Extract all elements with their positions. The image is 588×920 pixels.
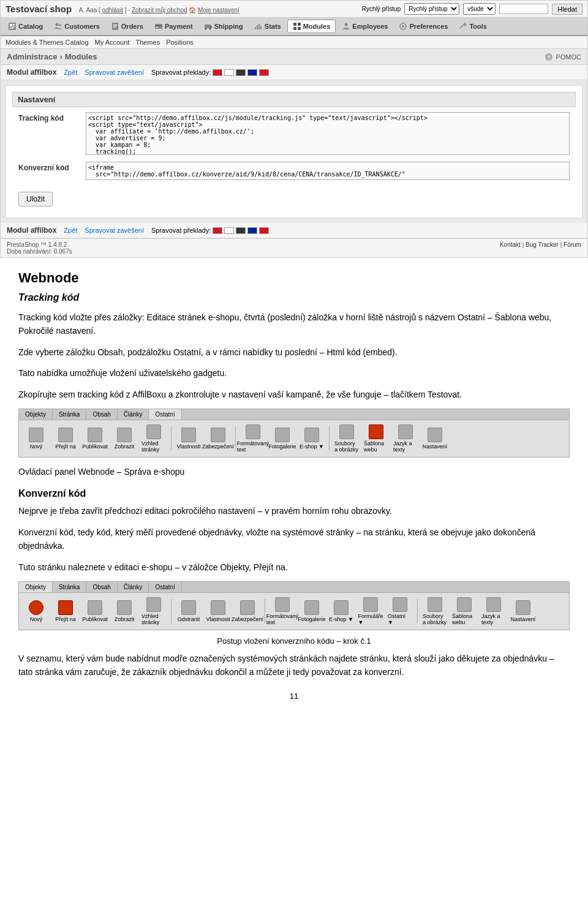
quick-access-select[interactable]: Rychlý přístup [404, 3, 459, 15]
tb1-icon-nastaveni [428, 428, 442, 442]
nav-item-stats[interactable]: Stats [249, 20, 286, 32]
toolbar2-tab-objekty[interactable]: Objekty [19, 582, 53, 592]
tb1-btn-eshop[interactable]: E-shop ▼ [298, 426, 325, 451]
toolbar2-tab-obsah[interactable]: Obsah [86, 582, 117, 592]
nav-item-preferences[interactable]: Preferences [394, 20, 453, 32]
tb2-icon-soubory [428, 597, 442, 612]
toolbar1-tab-obsah[interactable]: Obsah [86, 409, 117, 420]
help-button[interactable]: ? POMOC [545, 53, 581, 61]
tb2-btn-ostatni[interactable]: Ostatní ▼ [386, 595, 413, 627]
flag-en[interactable] [213, 69, 222, 76]
sec-nav-themes[interactable]: Themes [135, 38, 160, 47]
search-button[interactable]: Hledat [552, 4, 582, 15]
settings-link[interactable]: Moje nastavení [198, 7, 239, 13]
search-scope-select[interactable]: všude [463, 3, 496, 15]
tb2-btn-eshop[interactable]: E-shop ▼ [328, 598, 355, 624]
tb2-btn-publikovat[interactable]: Publikovat [81, 598, 108, 624]
sec-nav-positions[interactable]: Positions [166, 38, 194, 47]
manage-hooks-link[interactable]: Spravovat zavěšení [85, 69, 144, 76]
tb2-btn-prejit[interactable]: Přejít na [52, 598, 79, 624]
tb1-btn-vzhled[interactable]: Vzhled stránky [140, 423, 167, 454]
konverzni-input[interactable]: <iframe src="http://demo.affilbox.cz/kon… [86, 162, 570, 180]
nav-item-tools[interactable]: Tools [454, 20, 492, 32]
admin-screenshot: Testovací shop A. Aaa [ odhlásit ] · Zob… [0, 0, 588, 258]
tb2-btn-formulare[interactable]: Formuláře ▼ [357, 595, 384, 627]
nav-item-payment[interactable]: Payment [149, 20, 198, 32]
tb2-btn-sablona[interactable]: Šablona webu [451, 595, 478, 627]
flag-cz-bottom[interactable] [259, 227, 269, 234]
tb1-btn-jazyk[interactable]: Jazyk a texty [392, 423, 419, 454]
sec-nav-modules-catalog[interactable]: Modules & Themes Catalog [6, 38, 89, 47]
tb1-btn-novy[interactable]: Nový [23, 426, 50, 451]
flag-de[interactable] [236, 69, 246, 76]
svg-text:?: ? [548, 55, 551, 61]
sec-nav-my-account[interactable]: My Account [95, 38, 130, 47]
tb2-btn-zobrazit[interactable]: Zobrazit [111, 598, 138, 624]
nav-item-orders[interactable]: Orders [106, 20, 148, 32]
toolbar2-tab-clanky[interactable]: Články [118, 582, 149, 592]
nav-item-shipping[interactable]: Shipping [199, 20, 248, 32]
shipping-icon [204, 22, 213, 31]
toolbar1-tab-stranka[interactable]: Stránka [53, 409, 86, 420]
tb1-btn-vlastnosti[interactable]: Vlastnosti [175, 426, 202, 451]
svg-rect-19 [255, 27, 256, 29]
tb1-btn-nastaveni[interactable]: Nastavení [421, 426, 448, 451]
manage-hooks-link-bottom[interactable]: Spravovat zavěšení [85, 227, 144, 234]
flag-sk[interactable] [224, 69, 234, 76]
logout-link[interactable]: odhlásit [102, 7, 123, 13]
tb2-btn-odstranit[interactable]: Odstranit [175, 598, 202, 624]
toolbar1-tab-clanky[interactable]: Články [118, 409, 149, 420]
flag-cz[interactable] [259, 69, 269, 76]
save-button[interactable]: Uložit [18, 192, 53, 206]
tb2-btn-vlastnosti[interactable]: Vlastnosti [205, 598, 232, 624]
tb1-btn-zobrazit[interactable]: Zobrazit [111, 426, 138, 451]
toolbar1-tabs: Objekty Stránka Obsah Články Ostatní [19, 409, 569, 420]
svg-point-18 [209, 28, 211, 30]
svg-point-7 [59, 24, 61, 26]
back-link[interactable]: Zpět [64, 69, 77, 76]
nav-item-customers[interactable]: Customers [49, 20, 104, 32]
tb2-btn-soubory[interactable]: Soubory a obrázky [421, 595, 448, 627]
nav-label-preferences: Preferences [409, 23, 448, 30]
tb2-btn-formatovany[interactable]: Formátovaný text [269, 595, 296, 627]
footer-bug-tracker[interactable]: Bug Tracker [526, 241, 559, 248]
svg-rect-15 [205, 25, 210, 28]
tb1-icon-novy [29, 428, 43, 442]
toolbar2-tab-ostatni[interactable]: Ostatní [149, 582, 181, 592]
nav-item-employees[interactable]: Employees [337, 20, 393, 32]
tb2-btn-vzhled[interactable]: Vzhled stránky [140, 595, 167, 627]
tb1-btn-zabezpeceni[interactable]: Zabezpečení [205, 426, 232, 451]
flag-fr[interactable] [247, 69, 257, 76]
back-link-bottom[interactable]: Zpět [64, 227, 77, 234]
tb2-btn-jazyk[interactable]: Jazyk a texty [480, 595, 507, 627]
toolbar2-tab-stranka[interactable]: Stránka [53, 582, 86, 592]
nav-item-modules[interactable]: Modules [287, 20, 336, 33]
tb2-btn-fotogalerie[interactable]: Fotogalerie [298, 598, 325, 624]
flag-de-bottom[interactable] [236, 227, 246, 234]
tb1-btn-prejit[interactable]: Přejít na [52, 426, 79, 451]
tracking-input[interactable]: <script src="http://demo.affilbox.cz/js/… [86, 112, 570, 155]
footer-kontakt[interactable]: Kontakt [500, 241, 521, 248]
flag-fr-bottom[interactable] [247, 227, 257, 234]
tb1-btn-formatovany[interactable]: Formátovaný text [239, 423, 266, 454]
tb1-btn-sablona[interactable]: Šablona webu [363, 423, 390, 454]
view-shop-link[interactable]: Zobrazit můj obchod [132, 7, 187, 13]
search-input[interactable] [499, 4, 548, 14]
tb1-icon-sablona [369, 424, 383, 439]
tb2-btn-zabezpeceni[interactable]: Zabezpečení [234, 598, 261, 624]
tb1-btn-fotogalerie[interactable]: Fotogalerie [269, 426, 296, 451]
tb1-btn-soubory[interactable]: Soubory a obrázky [333, 423, 360, 454]
toolbar1-tab-objekty[interactable]: Objekty [19, 409, 53, 420]
konverzni-value-wrap: <iframe src="http://demo.affilbox.cz/kon… [86, 162, 570, 182]
tb1-separator2 [235, 426, 236, 451]
flag-sk-bottom[interactable] [224, 227, 234, 234]
breadcrumb: Administrace › Modules [7, 52, 97, 61]
nav-item-catalog[interactable]: Catalog [3, 20, 48, 32]
footer-forum[interactable]: Fórum [564, 241, 581, 248]
flag-en-bottom[interactable] [213, 227, 222, 234]
tb2-btn-nastaveni[interactable]: Nastavení [510, 598, 537, 624]
tb2-btn-novy[interactable]: Nový [23, 598, 50, 624]
toolbar1-tab-ostatni[interactable]: Ostatní [149, 409, 181, 420]
tb1-btn-publikovat[interactable]: Publikovat [81, 426, 108, 451]
nav-label-modules: Modules [303, 23, 331, 30]
